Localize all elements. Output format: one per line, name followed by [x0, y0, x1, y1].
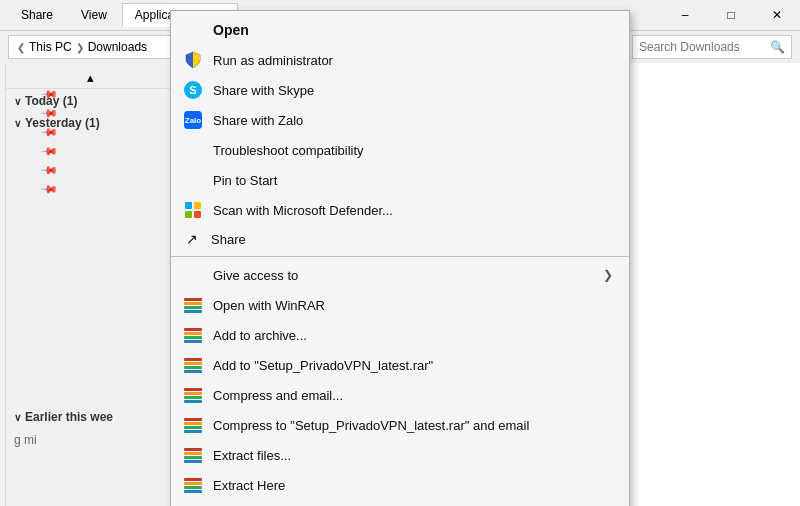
winrar-bar-r2 — [184, 328, 202, 331]
scroll-up-button[interactable]: ▴ — [6, 67, 175, 89]
ctx-item-add-archive[interactable]: Add to archive... — [171, 320, 629, 350]
chevron-earlier-icon: ∨ — [14, 412, 21, 423]
ctx-winrar-icon-1 — [183, 295, 203, 315]
winrar-bar-o6 — [184, 452, 202, 455]
ctx-item-share-zalo[interactable]: Zalo Share with Zalo — [171, 105, 629, 135]
ctx-item-compress-rar-email[interactable]: Compress to "Setup_PrivadoVPN_latest.rar… — [171, 410, 629, 440]
winrar-bar-o2 — [184, 332, 202, 335]
winrar-stack-1 — [184, 298, 202, 313]
winrar-stack-3 — [184, 358, 202, 373]
ctx-winrar-icon-5 — [183, 415, 203, 435]
ctx-item-extract-files[interactable]: Extract files... — [171, 440, 629, 470]
ctx-item-share[interactable]: ↗ Share — [171, 225, 629, 253]
ctx-winrar-icon-6 — [183, 445, 203, 465]
ctx-item-open-winrar[interactable]: Open with WinRAR — [171, 290, 629, 320]
ctx-winrar-icon-2 — [183, 325, 203, 345]
winrar-bar-g3 — [184, 366, 202, 369]
nav-section-today-header[interactable]: ∨ Today (1) — [6, 91, 175, 111]
winrar-bar-b3 — [184, 370, 202, 373]
ctx-skype-label: Share with Skype — [213, 83, 613, 98]
search-input[interactable] — [639, 40, 770, 54]
ctx-pin-label: Pin to Start — [213, 173, 613, 188]
winrar-bar-b4 — [184, 400, 202, 403]
ctx-item-open[interactable]: Open — [171, 15, 629, 45]
ctx-item-add-rar[interactable]: Add to "Setup_PrivadoVPN_latest.rar" — [171, 350, 629, 380]
address-part-downloads[interactable]: Downloads — [88, 40, 147, 54]
svg-rect-50 — [185, 202, 192, 209]
tab-view[interactable]: View — [68, 3, 120, 27]
ctx-extract-files-label: Extract files... — [213, 448, 613, 463]
nav-pin-items: 📌 📌 📌 📌 📌 📌 — [6, 135, 175, 247]
ctx-zalo-icon: Zalo — [183, 110, 203, 130]
minimize-button[interactable]: – — [662, 0, 708, 30]
ctx-zalo-label: Share with Zalo — [213, 113, 613, 128]
ctx-shield-icon — [183, 50, 203, 70]
close-button[interactable]: ✕ — [754, 0, 800, 30]
search-box[interactable]: 🔍 — [632, 35, 792, 59]
ctx-compress-email-label: Compress and email... — [213, 388, 613, 403]
tab-share[interactable]: Share — [8, 3, 66, 27]
ctx-winrar-icon-3 — [183, 355, 203, 375]
ctx-troubleshoot-icon — [183, 140, 203, 160]
ctx-defender-icon — [183, 200, 203, 220]
context-menu: Open Run as administrator S Share with S… — [170, 10, 630, 506]
ctx-item-pin-start[interactable]: Pin to Start — [171, 165, 629, 195]
window-controls: – □ ✕ — [662, 0, 800, 30]
ctx-winrar-icon-7 — [183, 475, 203, 495]
ctx-skype-icon: S — [183, 80, 203, 100]
winrar-bar-r5 — [184, 418, 202, 421]
ctx-run-admin-label: Run as administrator — [213, 53, 613, 68]
chevron-yesterday-icon: ∨ — [14, 118, 21, 129]
winrar-stack-4 — [184, 388, 202, 403]
ctx-item-defender[interactable]: Scan with Microsoft Defender... — [171, 195, 629, 225]
winrar-bar-o7 — [184, 482, 202, 485]
ctx-open-label: Open — [213, 22, 613, 38]
winrar-bar-g4 — [184, 396, 202, 399]
winrar-bar-o3 — [184, 362, 202, 365]
nav-section-today: ∨ Today (1) — [6, 91, 175, 111]
winrar-bar-o4 — [184, 392, 202, 395]
ctx-extract-here-label: Extract Here — [213, 478, 613, 493]
winrar-stack-7 — [184, 478, 202, 493]
ctx-item-extract-here[interactable]: Extract Here — [171, 470, 629, 500]
winrar-bar-o5 — [184, 422, 202, 425]
ctx-item-share-skype[interactable]: S Share with Skype — [171, 75, 629, 105]
sidebar-bottom-text: g mi — [6, 429, 175, 451]
svg-rect-53 — [194, 211, 201, 218]
winrar-bar-b6 — [184, 460, 202, 463]
maximize-button[interactable]: □ — [708, 0, 754, 30]
scroll-up-icon: ▴ — [87, 70, 94, 85]
ctx-give-access-label: Give access to — [213, 268, 593, 283]
ctx-item-give-access[interactable]: Give access to ❯ — [171, 260, 629, 290]
winrar-stack-5 — [184, 418, 202, 433]
winrar-bar-g5 — [184, 426, 202, 429]
ctx-compress-rar-email-label: Compress to "Setup_PrivadoVPN_latest.rar… — [213, 418, 613, 433]
winrar-stack-2 — [184, 328, 202, 343]
chevron-today-icon: ∨ — [14, 96, 21, 107]
ctx-pin-icon — [183, 170, 203, 190]
nav-section-earlier-header[interactable]: ∨ Earlier this wee — [6, 407, 175, 427]
winrar-bar-r7 — [184, 478, 202, 481]
ctx-add-archive-label: Add to archive... — [213, 328, 613, 343]
ctx-defender-label: Scan with Microsoft Defender... — [213, 203, 613, 218]
winrar-bar-o — [184, 302, 202, 305]
nav-earlier-label: Earlier this wee — [25, 410, 113, 424]
address-separator: ❯ — [76, 42, 84, 53]
winrar-bar-b5 — [184, 430, 202, 433]
ctx-item-troubleshoot[interactable]: Troubleshoot compatibility — [171, 135, 629, 165]
ctx-item-extract-to[interactable]: Extract to Setup_PrivadoVPN_latest\ — [171, 500, 629, 506]
ctx-item-run-admin[interactable]: Run as administrator — [171, 45, 629, 75]
window: Share View Application Tools – □ ✕ ❮ Thi… — [0, 0, 800, 506]
nav-section-earlier: ∨ Earlier this wee — [6, 407, 175, 427]
ctx-item-compress-email[interactable]: Compress and email... — [171, 380, 629, 410]
ctx-open-icon — [183, 20, 203, 40]
address-part-thispc[interactable]: This PC — [29, 40, 72, 54]
winrar-bar-g — [184, 306, 202, 309]
winrar-bar-r4 — [184, 388, 202, 391]
winrar-bar-b — [184, 310, 202, 313]
search-icon: 🔍 — [770, 40, 785, 54]
winrar-bar-r6 — [184, 448, 202, 451]
winrar-bar-r3 — [184, 358, 202, 361]
winrar-bar-g2 — [184, 336, 202, 339]
ctx-arrow-icon: ❯ — [603, 268, 613, 282]
